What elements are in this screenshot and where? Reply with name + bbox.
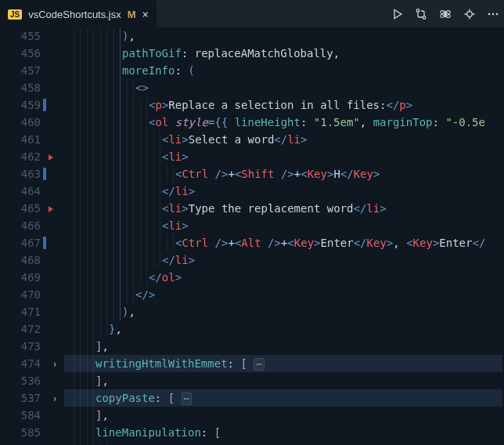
line-number: 467 [0, 234, 41, 251]
svg-point-5 [467, 11, 473, 16]
code-line[interactable]: <> [64, 79, 504, 96]
code-line[interactable]: writingHtmlWithEmmet: [ ⋯ [64, 355, 504, 372]
tab-title: vsCodeShortcuts.jsx [28, 9, 121, 20]
line-number: 459 [0, 96, 41, 114]
line-number-gutter: 4554564574584594604614624634644654664674… [0, 27, 49, 445]
code-line[interactable]: ], [64, 407, 504, 424]
code-line[interactable]: <li>Type the replacement word</li> [64, 200, 504, 217]
code-line[interactable]: SUBLIME_TEXT_NOTICE [64, 441, 504, 445]
code-line[interactable]: pathToGif: replaceAMatchGlobally, [64, 45, 504, 62]
line-number: 456 [0, 45, 41, 62]
line-number: 474 [0, 355, 41, 372]
code-line[interactable]: </ol> [64, 269, 504, 286]
line-number: 455 [0, 27, 41, 45]
line-number: 460 [0, 114, 41, 131]
svg-point-4 [445, 13, 447, 15]
fold-chevron-icon[interactable]: › [49, 356, 61, 373]
line-number: 585 [0, 424, 41, 441]
tab-modified-indicator: M [128, 9, 136, 20]
line-number: 473 [0, 338, 41, 355]
line-number: 466 [0, 217, 41, 234]
atom-icon[interactable] [438, 7, 452, 21]
target-icon[interactable] [463, 8, 476, 20]
line-number: 462 [0, 148, 41, 165]
git-compare-icon[interactable] [415, 8, 427, 20]
line-number: 461 [0, 131, 41, 148]
svg-point-1 [423, 16, 426, 19]
svg-point-0 [416, 9, 419, 12]
svg-point-7 [492, 13, 495, 15]
code-line[interactable]: <li>Select a word</li> [64, 131, 504, 148]
tab-close-icon[interactable]: × [142, 9, 149, 20]
line-number: 537 [0, 389, 41, 407]
line-number: 536 [0, 372, 41, 389]
code-line[interactable]: </li> [64, 251, 504, 269]
code-line[interactable]: <Ctrl />+<Alt />+<Key>Enter</Key>, <Key>… [64, 234, 504, 251]
line-number: 586 [0, 441, 41, 445]
code-line[interactable]: lineManipulation: [ [64, 424, 504, 441]
code-line[interactable]: ), [64, 303, 504, 320]
editor-toolbar [391, 0, 499, 27]
tab-bar: JS vsCodeShortcuts.jsx M × [0, 0, 504, 27]
line-number: 458 [0, 79, 41, 96]
code-line[interactable]: <Ctrl />+<Shift />+<Key>H</Key> [64, 165, 504, 183]
code-line[interactable]: copyPaste: [ ⋯ [64, 389, 504, 407]
svg-point-8 [496, 13, 499, 15]
line-number: 471 [0, 303, 41, 320]
run-icon[interactable] [391, 8, 404, 20]
svg-point-6 [488, 13, 491, 15]
code-line[interactable]: </> [64, 286, 504, 303]
code-line[interactable]: }, [64, 320, 504, 338]
line-number: 468 [0, 251, 41, 269]
line-number: 463 [0, 165, 41, 183]
code-line[interactable]: ], [64, 372, 504, 389]
line-number: 584 [0, 407, 41, 424]
line-number: 470 [0, 286, 41, 303]
code-line[interactable]: <li> [64, 217, 504, 234]
code-line[interactable]: <li> [64, 148, 504, 165]
js-file-icon: JS [8, 9, 22, 20]
code-line[interactable]: <ol style={{ lineHeight: "1.5em", margin… [64, 114, 504, 131]
line-number: 469 [0, 269, 41, 286]
code-line[interactable]: ), [64, 27, 504, 45]
code-line[interactable]: <p>Replace a selection in all files:</p> [64, 96, 504, 114]
line-number: 464 [0, 183, 41, 200]
editor-tab[interactable]: JS vsCodeShortcuts.jsx M × [0, 0, 157, 27]
fold-chevron-icon[interactable]: › [49, 390, 61, 407]
fold-column[interactable]: ›› [49, 27, 64, 445]
code-line[interactable]: ], [64, 338, 504, 355]
line-number: 472 [0, 320, 41, 338]
line-number: 465 [0, 200, 41, 217]
code-line[interactable]: </li> [64, 183, 504, 200]
line-number: 457 [0, 62, 41, 79]
code-line[interactable]: moreInfo: ( [64, 62, 504, 79]
more-icon[interactable] [487, 8, 499, 20]
code-editor[interactable]: ),pathToGif: replaceAMatchGlobally,moreI… [0, 27, 504, 445]
